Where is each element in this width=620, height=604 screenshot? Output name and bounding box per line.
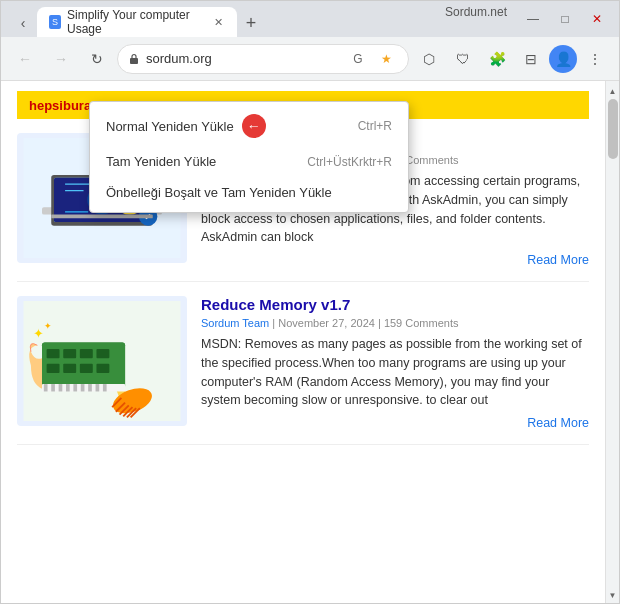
context-menu: Normal Yeniden Yükle ← Ctrl+R Tam Yenide… <box>89 101 409 213</box>
menu-item-full-reload[interactable]: Tam Yeniden Yükle Ctrl+ÜstKrktr+R <box>90 146 408 177</box>
reload-arrow-icon: ← <box>242 114 266 138</box>
new-tab-button[interactable]: + <box>237 9 265 37</box>
lock-icon <box>128 53 140 65</box>
address-bar-input-wrap[interactable]: sordum.org G ★ <box>117 44 409 74</box>
back-button[interactable]: ← <box>9 43 41 75</box>
title-bar: ‹ S Simplify Your computer Usage ✕ + Sor… <box>1 1 619 37</box>
save-icon[interactable]: ⊟ <box>515 43 547 75</box>
toolbar-right: ⬡ 🛡 🧩 ⊟ 👤 ⋮ <box>413 43 611 75</box>
tab-favicon: S <box>49 15 61 29</box>
puzzle-icon[interactable]: 🧩 <box>481 43 513 75</box>
url-text: sordum.org <box>146 51 340 66</box>
shield-icon[interactable]: 🛡 <box>447 43 479 75</box>
translate-icon[interactable]: G <box>346 47 370 71</box>
svg-rect-0 <box>130 58 138 64</box>
menu-item-normal-reload-shortcut: Ctrl+R <box>358 119 392 133</box>
tab-title: Simplify Your computer Usage <box>67 8 205 36</box>
more-menu-button[interactable]: ⋮ <box>579 43 611 75</box>
bookmark-star-icon[interactable]: ★ <box>374 47 398 71</box>
menu-item-clear-cache-label: Önbelleği Boşalt ve Tam Yeniden Yükle <box>106 185 332 200</box>
minimize-button[interactable]: — <box>519 5 547 33</box>
menu-item-full-reload-shortcut: Ctrl+ÜstKrktr+R <box>307 155 392 169</box>
window-controls: Sordum.net — □ ✕ <box>445 5 611 33</box>
close-button[interactable]: ✕ <box>583 5 611 33</box>
context-menu-overlay: Normal Yeniden Yükle ← Ctrl+R Tam Yenide… <box>1 81 619 603</box>
menu-item-normal-reload-label: Normal Yeniden Yükle <box>106 119 234 134</box>
active-tab[interactable]: S Simplify Your computer Usage ✕ <box>37 7 237 37</box>
profile-avatar[interactable]: 👤 <box>549 45 577 73</box>
tab-close-button[interactable]: ✕ <box>211 14 225 30</box>
content-area: Normal Yeniden Yükle ← Ctrl+R Tam Yenide… <box>1 81 619 603</box>
extensions-icon[interactable]: ⬡ <box>413 43 445 75</box>
window-title: Sordum.net <box>445 5 507 33</box>
menu-item-clear-cache-reload[interactable]: Önbelleği Boşalt ve Tam Yeniden Yükle <box>90 177 408 208</box>
tab-bar: ‹ S Simplify Your computer Usage ✕ + <box>9 1 441 37</box>
menu-item-full-reload-label: Tam Yeniden Yükle <box>106 154 216 169</box>
tab-nav-back[interactable]: ‹ <box>9 9 37 37</box>
maximize-button[interactable]: □ <box>551 5 579 33</box>
reload-button[interactable]: ↻ <box>81 43 113 75</box>
address-icons: G ★ <box>346 47 398 71</box>
menu-item-normal-reload[interactable]: Normal Yeniden Yükle ← Ctrl+R <box>90 106 408 146</box>
forward-button[interactable]: → <box>45 43 77 75</box>
browser-window: ‹ S Simplify Your computer Usage ✕ + Sor… <box>0 0 620 604</box>
address-bar: ← → ↻ sordum.org G ★ ⬡ 🛡 🧩 ⊟ 👤 ⋮ <box>1 37 619 81</box>
